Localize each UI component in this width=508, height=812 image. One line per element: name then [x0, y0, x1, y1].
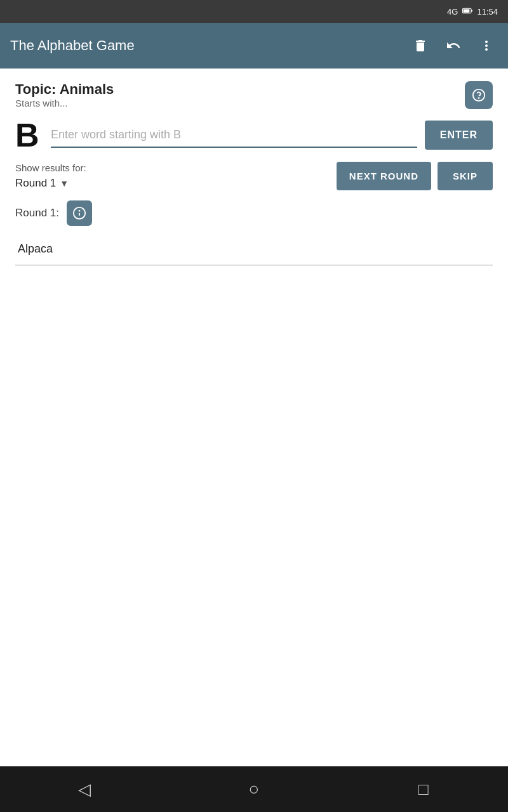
word-list: Alpaca	[15, 233, 493, 266]
app-title: The Alphabet Game	[10, 37, 135, 54]
round-info-row: Round 1:	[15, 200, 493, 226]
round-dropdown[interactable]: Round 1 ▼	[15, 177, 86, 190]
dropdown-arrow-icon: ▼	[60, 178, 69, 188]
skip-button[interactable]: SKIP	[438, 162, 493, 190]
signal-indicator: 4G	[447, 7, 458, 16]
main-content: Topic: Animals Starts with... B ENTER Sh…	[0, 69, 508, 278]
back-nav-button[interactable]: ◁	[65, 770, 104, 808]
enter-button[interactable]: ENTER	[425, 121, 493, 150]
list-item: Alpaca	[15, 233, 493, 265]
bottom-nav: ◁ ○ □	[0, 766, 508, 812]
undo-button[interactable]	[442, 34, 465, 57]
help-button[interactable]	[465, 81, 493, 109]
topic-row: Topic: Animals Starts with...	[15, 81, 493, 116]
round-info-button[interactable]	[67, 200, 92, 226]
status-icons: 4G 11:54	[447, 5, 498, 18]
battery-indicator	[462, 5, 473, 18]
app-bar-actions	[409, 34, 498, 57]
back-icon: ◁	[78, 780, 91, 799]
home-icon: ○	[249, 779, 260, 799]
status-bar: 4G 11:54	[0, 0, 508, 23]
show-results-section: Show results for: Round 1 ▼	[15, 162, 86, 190]
svg-rect-1	[471, 10, 472, 11]
action-buttons: NEXT ROUND SKIP	[337, 162, 493, 190]
delete-button[interactable]	[409, 34, 432, 57]
word-input[interactable]	[51, 123, 417, 148]
clock: 11:54	[477, 7, 498, 16]
next-round-button[interactable]: NEXT ROUND	[337, 162, 431, 190]
input-row: B ENTER	[15, 119, 493, 152]
topic-info: Topic: Animals Starts with...	[15, 81, 114, 116]
more-options-button[interactable]	[475, 34, 498, 57]
recents-nav-button[interactable]: □	[404, 770, 443, 808]
controls-row: Show results for: Round 1 ▼ NEXT ROUND S…	[15, 162, 493, 190]
app-bar: The Alphabet Game	[0, 23, 508, 69]
home-nav-button[interactable]: ○	[235, 770, 273, 808]
show-results-label: Show results for:	[15, 162, 86, 173]
round-info-label: Round 1:	[15, 207, 59, 219]
starts-with-label: Starts with...	[15, 98, 114, 108]
current-letter: B	[15, 119, 43, 152]
recents-icon: □	[418, 780, 429, 799]
topic-title: Topic: Animals	[15, 81, 114, 98]
svg-rect-2	[464, 9, 470, 12]
selected-round-label: Round 1	[15, 177, 56, 190]
